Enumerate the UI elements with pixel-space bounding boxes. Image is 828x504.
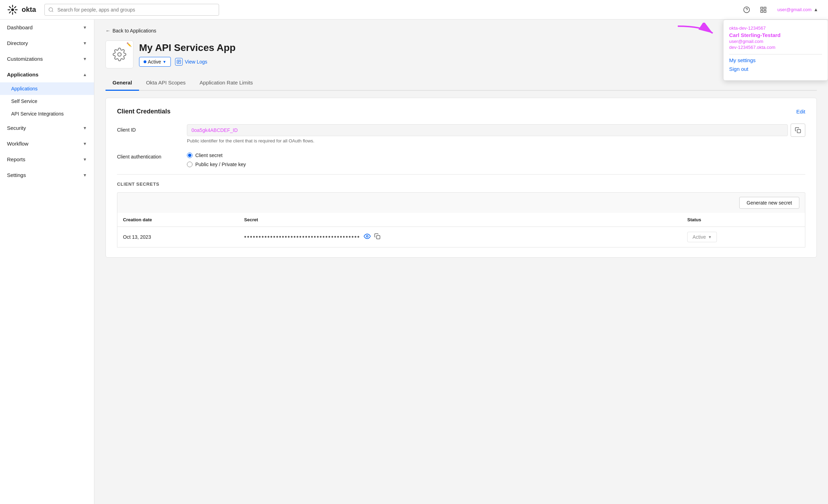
sidebar-item-label-customizations: Customizations: [7, 56, 43, 62]
edit-link[interactable]: Edit: [796, 109, 805, 114]
radio-client-secret[interactable]: Client secret: [187, 153, 805, 158]
chevron-down-icon: ▼: [83, 25, 87, 30]
radio-public-key[interactable]: Public key / Private key: [187, 162, 805, 167]
svg-rect-12: [764, 7, 766, 9]
auth-radio-group: Client secret Public key / Private key: [187, 150, 805, 167]
sidebar-item-directory[interactable]: Directory ▼: [0, 35, 94, 51]
client-auth-label: Client authentication: [117, 150, 180, 160]
back-arrow-icon: ←: [106, 28, 110, 34]
search-bar: [44, 4, 219, 16]
tab-okta-api-scopes[interactable]: Okta API Scopes: [139, 75, 193, 91]
sidebar-item-dashboard[interactable]: Dashboard ▼: [0, 20, 94, 35]
sidebar-sub-item-self-service[interactable]: Self Service: [0, 95, 94, 108]
col-creation-date: Creation date: [117, 213, 239, 227]
status-dot-icon: [144, 60, 146, 63]
secret-status-cell: Active ▼: [682, 227, 805, 247]
back-to-applications-link[interactable]: ← Back to Applications: [106, 28, 817, 34]
copy-icon: [795, 127, 801, 133]
sidebar-item-applications[interactable]: Applications ▲: [0, 67, 94, 82]
copy-secret-button[interactable]: [374, 233, 380, 241]
client-id-input-wrap: 0oa5gk4ABCDEF_ID: [187, 124, 805, 137]
sidebar-item-label-reports: Reports: [7, 156, 26, 162]
sidebar: Dashboard ▼ Directory ▼ Customizations ▼…: [0, 20, 94, 504]
search-input[interactable]: [44, 4, 219, 16]
main-content: ← Back to Applications ✏️ My API Service…: [94, 20, 828, 504]
chevron-down-icon: ▼: [83, 141, 87, 146]
col-secret: Secret: [239, 213, 682, 227]
chevron-down-icon: ▼: [83, 126, 87, 131]
chevron-down-icon: ▼: [83, 41, 87, 46]
svg-rect-13: [761, 10, 763, 12]
sidebar-item-security[interactable]: Security ▼: [0, 120, 94, 136]
client-id-field: 0oa5gk4ABCDEF_ID Public identifier for t…: [187, 124, 805, 143]
sidebar-item-label-applications: Applications: [7, 72, 38, 77]
main-layout: Dashboard ▼ Directory ▼ Customizations ▼…: [0, 20, 828, 504]
generate-new-secret-button[interactable]: Generate new secret: [739, 197, 799, 209]
help-button[interactable]: [741, 4, 752, 15]
client-auth-row: Client authentication Client secret Publ…: [117, 150, 805, 167]
sidebar-item-reports[interactable]: Reports ▼: [0, 151, 94, 167]
col-status: Status: [682, 213, 805, 227]
client-id-row: Client ID 0oa5gk4ABCDEF_ID Public identi…: [117, 124, 805, 143]
tabs: General Okta API Scopes Application Rate…: [106, 75, 817, 91]
svg-point-8: [11, 8, 14, 11]
sidebar-sub-item-api-integrations[interactable]: API Service Integrations: [0, 108, 94, 120]
client-credentials-card: Client Credentials Edit Client ID 0oa5gk…: [106, 98, 817, 258]
client-secrets-section: CLIENT SECRETS Generate new secret Creat…: [117, 181, 805, 247]
client-id-label: Client ID: [117, 124, 180, 133]
tab-app-rate-limits[interactable]: Application Rate Limits: [193, 75, 260, 91]
reveal-secret-button[interactable]: [364, 233, 371, 242]
view-logs-button[interactable]: View Logs: [175, 58, 207, 66]
secret-status-button[interactable]: Active ▼: [687, 232, 717, 242]
chevron-up-icon: ▲: [83, 72, 87, 77]
tab-general[interactable]: General: [106, 75, 139, 91]
radio-public-key-input[interactable]: [187, 162, 193, 167]
app-icon-box: ✏️: [106, 40, 133, 68]
sidebar-item-workflow[interactable]: Workflow ▼: [0, 136, 94, 151]
dropdown-domain-suffix: .okta.com: [756, 45, 775, 50]
client-credentials-title: Client Credentials: [117, 108, 170, 115]
secret-status-chevron-icon: ▼: [708, 235, 712, 239]
chevron-down-icon: ▼: [83, 173, 87, 178]
status-badge-button[interactable]: Active ▼: [139, 57, 171, 67]
my-settings-link[interactable]: My settings: [729, 57, 822, 63]
user-dropdown: okta-dev-1234567 Carl Sterling-Testard u…: [723, 20, 828, 81]
edit-pencil-icon[interactable]: ✏️: [126, 42, 132, 47]
app-title-area: My API Services App Active ▼ View Logs: [139, 42, 235, 67]
svg-rect-11: [761, 7, 763, 9]
status-chevron-icon: ▼: [162, 60, 166, 64]
sidebar-item-label-security: Security: [7, 125, 26, 131]
secret-actions: ••••••••••••••••••••••••••••••••••••••••: [244, 233, 676, 242]
sidebar-applications-sub: Applications Self Service API Service In…: [0, 82, 94, 120]
view-logs-icon: [175, 58, 183, 66]
sidebar-item-customizations[interactable]: Customizations ▼: [0, 51, 94, 67]
copy-client-id-button[interactable]: [791, 124, 805, 137]
svg-rect-14: [764, 10, 766, 12]
user-menu-trigger[interactable]: user@gmail.com ▲: [775, 6, 821, 14]
radio-public-key-label: Public key / Private key: [195, 162, 246, 167]
sign-out-link[interactable]: Sign out: [729, 66, 822, 72]
nav-icons: user@gmail.com ▲: [741, 4, 821, 15]
sidebar-item-settings[interactable]: Settings ▼: [0, 167, 94, 183]
back-link-label: Back to Applications: [112, 28, 156, 34]
client-auth-field: Client secret Public key / Private key: [187, 150, 805, 167]
svg-line-6: [15, 6, 16, 8]
dropdown-divider: [729, 54, 822, 54]
radio-client-secret-input[interactable]: [187, 153, 193, 158]
copy-icon: [374, 233, 380, 239]
section-divider: [117, 174, 805, 175]
svg-rect-20: [377, 236, 380, 239]
secret-dots: ••••••••••••••••••••••••••••••••••••••••: [244, 234, 360, 241]
help-icon: [743, 6, 750, 13]
secret-status-label: Active: [692, 234, 706, 240]
svg-line-5: [15, 12, 16, 13]
grid-button[interactable]: [758, 4, 769, 15]
secrets-table: Creation date Secret Status Oct 13, 2023…: [117, 213, 805, 247]
view-logs-label: View Logs: [185, 59, 207, 65]
dropdown-org: okta-dev-1234567: [729, 25, 822, 31]
secret-value-cell: ••••••••••••••••••••••••••••••••••••••••: [239, 227, 682, 247]
sidebar-sub-item-applications[interactable]: Applications: [0, 82, 94, 95]
svg-point-19: [366, 235, 368, 237]
client-id-help: Public identifier for the client that is…: [187, 138, 805, 143]
secret-creation-date: Oct 13, 2023: [117, 227, 239, 247]
